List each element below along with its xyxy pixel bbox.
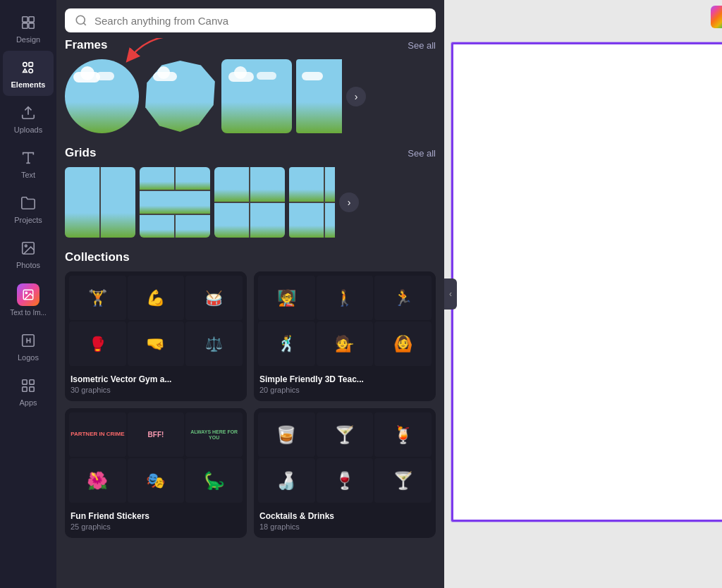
3d-people-title: Simple Friendly 3D Teac... bbox=[259, 374, 430, 384]
sidebar-item-text[interactable]: Text bbox=[3, 141, 54, 186]
cocktail-thumb-6: 🍸 bbox=[374, 458, 432, 503]
collections-title: Collections bbox=[65, 250, 130, 264]
svg-rect-3 bbox=[29, 23, 34, 28]
cocktail-thumb-2: 🍸 bbox=[317, 412, 374, 457]
canvas-area bbox=[444, 0, 722, 588]
sidebar-item-design-label: Design bbox=[16, 35, 40, 44]
grids-row: › bbox=[65, 167, 436, 238]
gym-title: Isometric Vector Gym a... bbox=[71, 374, 241, 384]
text-icon bbox=[18, 148, 38, 168]
sidebar-item-text-label: Text bbox=[21, 171, 35, 179]
sidebar-item-text-to-image[interactable]: Text to Im... bbox=[3, 276, 54, 324]
chevron-icon: › bbox=[355, 91, 358, 102]
collection-card-stickers[interactable]: PARTNER IN CRIME BFF! ALWAYS HERE FOR YO… bbox=[65, 408, 247, 538]
gym-thumb-6: ⚖️ bbox=[185, 321, 243, 366]
collection-card-gym[interactable]: 🏋️ 💪 🥁 🥊 🤜 bbox=[65, 271, 247, 401]
sticker-thumb-2: BFF! bbox=[128, 412, 185, 457]
panel-collapse-handle[interactable]: ‹ bbox=[444, 278, 457, 310]
sidebar-item-apps[interactable]: Apps bbox=[3, 369, 54, 414]
stickers-title: Fun Friend Stickers bbox=[71, 511, 241, 521]
sidebar-nav: Design Elements Uploads bbox=[0, 0, 56, 588]
person-thumb-4: 🕺 bbox=[258, 321, 315, 366]
cocktail-thumb-3: 🍹 bbox=[374, 412, 432, 457]
grids-section: Grids See all bbox=[65, 146, 436, 238]
grid-cell bbox=[65, 167, 99, 238]
collapse-icon: ‹ bbox=[449, 289, 452, 299]
person-thumb-2: 🚶 bbox=[317, 276, 374, 320]
sidebar-item-apps-label: Apps bbox=[19, 398, 37, 407]
logos-icon bbox=[18, 331, 38, 350]
sidebar-item-design[interactable]: Design bbox=[3, 6, 54, 51]
svg-rect-6 bbox=[29, 69, 32, 73]
svg-rect-5 bbox=[29, 63, 32, 67]
3d-people-count: 20 graphics bbox=[259, 386, 430, 394]
elements-panel: Frames See all bbox=[56, 0, 444, 588]
collection-card-cocktails[interactable]: 🥃 🍸 🍹 🍶 🍷 bbox=[254, 408, 436, 538]
grid-2x2-item[interactable] bbox=[214, 167, 285, 238]
frame-rect-item[interactable] bbox=[221, 59, 292, 133]
cocktail-thumb-5: 🍷 bbox=[317, 458, 374, 503]
collections-section: Collections 🏋️ 💪 🥁 bbox=[65, 250, 436, 538]
stickers-count: 25 graphics bbox=[71, 522, 241, 531]
grid-cell bbox=[250, 203, 285, 238]
canvas-topbar bbox=[711, 6, 722, 28]
sidebar-item-photos[interactable]: Photos bbox=[3, 231, 54, 276]
grid-cell bbox=[325, 203, 335, 238]
grid-cell bbox=[214, 167, 249, 202]
grid-cell bbox=[250, 167, 285, 202]
frame-blob-item[interactable] bbox=[143, 59, 217, 133]
grid-cell bbox=[140, 215, 174, 238]
cocktail-thumb-1: 🥃 bbox=[258, 412, 315, 457]
grids-next-chevron[interactable]: › bbox=[339, 192, 359, 212]
sidebar-item-elements[interactable]: Elements bbox=[3, 51, 54, 96]
collections-grid: 🏋️ 💪 🥁 🥊 🤜 bbox=[65, 271, 436, 538]
elements-icon bbox=[18, 58, 38, 78]
sticker-thumb-6: 🦕 bbox=[185, 458, 243, 503]
chevron-icon: › bbox=[348, 197, 351, 208]
frames-title: Frames bbox=[65, 38, 107, 52]
svg-rect-2 bbox=[23, 23, 27, 28]
sidebar-item-projects[interactable]: Projects bbox=[3, 186, 54, 231]
gym-info: Isometric Vector Gym a... 30 graphics bbox=[65, 370, 247, 401]
gradient-swatch[interactable] bbox=[711, 6, 722, 28]
frame-rect-partial-item[interactable] bbox=[296, 59, 342, 133]
grid-cell bbox=[289, 167, 324, 202]
frames-next-chevron[interactable]: › bbox=[346, 87, 366, 106]
gym-thumb-1: 🏋️ bbox=[69, 276, 126, 320]
stickers-thumbnails: PARTNER IN CRIME BFF! ALWAYS HERE FOR YO… bbox=[65, 408, 247, 507]
person-thumb-6: 🙆 bbox=[374, 321, 432, 366]
frames-see-all[interactable]: See all bbox=[408, 40, 436, 51]
person-thumb-5: 💁 bbox=[317, 321, 374, 366]
3d-people-thumbnails: 🧑‍🏫 🚶 🏃 🕺 💁 bbox=[254, 271, 436, 370]
svg-rect-14 bbox=[30, 380, 34, 384]
photos-icon bbox=[18, 238, 38, 258]
grid-2col-item[interactable] bbox=[65, 167, 135, 238]
panel-content: Frames See all bbox=[56, 38, 444, 588]
apps-icon bbox=[18, 376, 38, 396]
sticker-thumb-1: PARTNER IN CRIME bbox=[69, 412, 126, 457]
sidebar-item-logos[interactable]: Logos bbox=[3, 324, 54, 369]
sidebar-item-uploads[interactable]: Uploads bbox=[3, 96, 54, 141]
cocktail-thumb-4: 🍶 bbox=[258, 458, 315, 503]
svg-point-11 bbox=[25, 292, 27, 293]
grid-partial-item[interactable] bbox=[289, 167, 335, 238]
gym-thumb-3: 🥁 bbox=[185, 276, 243, 320]
cocktails-title: Cocktails & Drinks bbox=[259, 511, 430, 521]
frame-circle-item[interactable] bbox=[65, 59, 139, 133]
search-input[interactable] bbox=[94, 15, 426, 27]
grids-see-all[interactable]: See all bbox=[408, 148, 436, 159]
sticker-thumb-5: 🎭 bbox=[128, 458, 185, 503]
collections-section-header: Collections bbox=[65, 250, 436, 264]
uploads-icon bbox=[18, 103, 38, 123]
svg-rect-16 bbox=[30, 387, 34, 391]
canvas-frame bbox=[451, 42, 722, 522]
grid-3row-item[interactable] bbox=[140, 167, 210, 238]
collection-card-3d-people[interactable]: 🧑‍🏫 🚶 🏃 🕺 💁 bbox=[254, 271, 436, 401]
grid-cell bbox=[140, 191, 210, 214]
search-icon bbox=[75, 14, 87, 27]
gym-thumb-2: 💪 bbox=[128, 276, 185, 320]
cocktails-thumbnails: 🥃 🍸 🍹 🍶 🍷 bbox=[254, 408, 436, 507]
search-input-wrapper[interactable] bbox=[65, 8, 436, 32]
grid-cell bbox=[289, 203, 324, 238]
grid-2col bbox=[65, 167, 135, 238]
